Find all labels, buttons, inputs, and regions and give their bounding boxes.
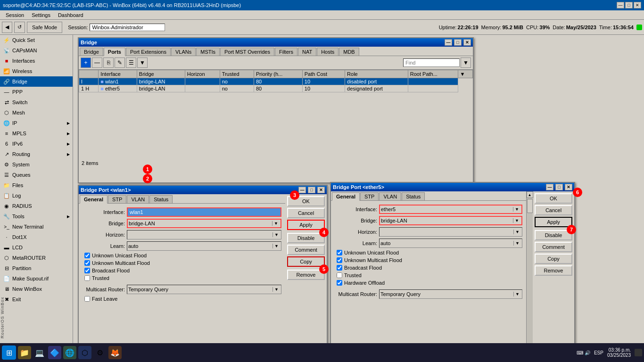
- ether5-unicast-flood-check[interactable]: [337, 250, 342, 255]
- sidebar-item-partition[interactable]: ⊟ Partition: [0, 263, 73, 273]
- ether5-remove-btn[interactable]: Remove: [535, 265, 572, 276]
- session-input[interactable]: [90, 24, 165, 31]
- wlan1-maximize[interactable]: □: [308, 187, 315, 193]
- col-more[interactable]: ▼: [458, 70, 472, 78]
- wlan1-tab-vlan[interactable]: VLAN: [127, 195, 149, 203]
- wlan1-apply-btn[interactable]: Apply: [287, 220, 325, 230]
- safe-mode-button[interactable]: Safe Mode: [27, 22, 62, 33]
- tab-mstis[interactable]: MSTIs: [196, 48, 220, 56]
- sidebar-item-radius[interactable]: ◉ RADIUS: [0, 201, 73, 211]
- tab-nat[interactable]: NAT: [298, 48, 316, 56]
- sidebar-item-metarouter[interactable]: ⬡ MetaROUTER: [0, 253, 73, 263]
- wlan1-tab-stp[interactable]: STP: [108, 195, 126, 203]
- wlan1-comment-btn[interactable]: Comment: [287, 245, 325, 255]
- wlan1-horizon-select[interactable]: ▼: [127, 230, 281, 239]
- ether5-bridge-dropdown[interactable]: ▼: [513, 218, 520, 223]
- sidebar-item-dot1x[interactable]: · Dot1X: [0, 232, 73, 242]
- taskbar-settings[interactable]: ⚙: [93, 346, 107, 359]
- sidebar-item-interfaces[interactable]: ■ Interfaces: [0, 56, 73, 66]
- bridge-window-maximize[interactable]: □: [454, 39, 462, 46]
- ether5-multicast-dropdown[interactable]: ▼: [513, 292, 521, 296]
- wlan1-broadcast-flood-check[interactable]: [84, 268, 90, 273]
- minimize-btn[interactable]: —: [617, 2, 624, 8]
- menu-session[interactable]: Session: [2, 11, 28, 19]
- sidebar-item-ppp[interactable]: — PPP: [0, 87, 73, 97]
- ether5-scrollbar[interactable]: ▲ ▼: [526, 191, 533, 362]
- ether5-multicast-flood-check[interactable]: [337, 257, 342, 263]
- sidebar-item-tools[interactable]: 🔧 Tools ▶: [0, 211, 73, 222]
- wlan1-cancel-btn[interactable]: Cancel: [287, 208, 325, 218]
- remove-btn[interactable]: —: [92, 58, 102, 68]
- add-btn[interactable]: +: [81, 58, 91, 68]
- wlan1-multicast-select[interactable]: Temporary Query ▼: [127, 285, 281, 294]
- sidebar-item-switch[interactable]: ⇄ Switch: [0, 97, 73, 107]
- ether5-horizon-dropdown[interactable]: ▼: [513, 230, 521, 234]
- wlan1-multicast-dropdown[interactable]: ▼: [272, 287, 280, 292]
- wlan1-multicast-flood-check[interactable]: [84, 260, 90, 266]
- sidebar-item-system[interactable]: ⚙ System: [0, 159, 73, 170]
- sidebar-item-new-terminal[interactable]: >_ New Terminal: [0, 222, 73, 232]
- scroll-thumb[interactable]: [527, 199, 533, 213]
- wlan1-interface-input[interactable]: wlan1: [127, 207, 281, 217]
- sidebar-item-make-supout[interactable]: 📄 Make Supout.rif: [0, 273, 73, 284]
- menu-dashboard[interactable]: Dashboard: [54, 11, 87, 19]
- ether5-hw-offload-check[interactable]: [337, 280, 342, 286]
- start-button[interactable]: ⊞: [2, 346, 16, 360]
- sidebar-item-ipv6[interactable]: 6 IPv6 ▶: [0, 139, 73, 149]
- wlan1-tab-status[interactable]: Status: [149, 195, 173, 203]
- ether5-ok-btn[interactable]: OK: [535, 193, 572, 204]
- ether5-maximize[interactable]: □: [555, 184, 563, 190]
- table-row[interactable]: I ■ wlan1 bridge-LAN no 80 10 disabled p…: [79, 78, 473, 85]
- ether5-multicast-select[interactable]: Temporary Query ▼: [379, 289, 522, 299]
- ether5-trusted-check[interactable]: [337, 272, 342, 278]
- sidebar-item-routing[interactable]: ↗ Routing ▶: [0, 149, 73, 159]
- sidebar-item-quickset[interactable]: ⚡ Quick Set: [0, 35, 73, 45]
- dropdown-btn[interactable]: ▼: [461, 58, 471, 68]
- sidebar-item-log[interactable]: 📋 Log: [0, 190, 73, 201]
- bridge-window-minimize[interactable]: —: [445, 39, 452, 46]
- wlan1-learn-dropdown[interactable]: ▼: [272, 244, 280, 248]
- sidebar-item-queues[interactable]: ☰ Queues: [0, 170, 73, 180]
- ether5-learn-dropdown[interactable]: ▼: [513, 241, 521, 246]
- ether5-cancel-btn[interactable]: Cancel: [535, 205, 572, 215]
- wlan1-bridge-select[interactable]: bridge-LAN ▼: [127, 219, 281, 228]
- wlan1-copy-btn[interactable]: Copy: [287, 256, 325, 267]
- sidebar-item-mpls[interactable]: ≡ MPLS ▶: [0, 128, 73, 139]
- ether5-tab-vlan[interactable]: VLAN: [379, 192, 401, 200]
- tab-filters[interactable]: Filters: [275, 48, 297, 56]
- sidebar-item-new-winbox[interactable]: 🖥 New WinBox: [0, 284, 73, 294]
- ether5-broadcast-flood-check[interactable]: [337, 265, 342, 271]
- ether5-comment-btn[interactable]: Comment: [535, 242, 572, 252]
- back-btn[interactable]: ◀: [2, 22, 12, 33]
- filter-btn[interactable]: ▼: [137, 58, 148, 68]
- sidebar-item-files[interactable]: 📁 Files: [0, 180, 73, 190]
- ether5-bridge-select[interactable]: bridge-LAN ▼: [379, 216, 522, 225]
- refresh-btn[interactable]: ↺: [14, 22, 25, 33]
- wlan1-close[interactable]: ✕: [317, 187, 325, 193]
- bridge-window-close[interactable]: ✕: [463, 39, 471, 46]
- copy-btn[interactable]: ⎘: [103, 58, 114, 68]
- ether5-close[interactable]: ✕: [565, 184, 572, 190]
- prop-btn[interactable]: ☰: [126, 58, 136, 68]
- tab-ports[interactable]: Ports: [104, 48, 125, 56]
- sidebar-item-wireless[interactable]: 📶 Wireless: [0, 66, 73, 76]
- wlan1-fastleave-check[interactable]: [84, 296, 90, 302]
- menu-settings[interactable]: Settings: [28, 11, 54, 19]
- tab-port-mst-overrides[interactable]: Port MST Overrides: [220, 48, 274, 56]
- tab-port-extensions[interactable]: Port Extensions: [126, 48, 171, 56]
- wlan1-bridge-dropdown[interactable]: ▼: [272, 221, 280, 226]
- taskbar-blue[interactable]: 🔷: [48, 346, 61, 359]
- close-btn[interactable]: ✕: [634, 2, 641, 8]
- sidebar-item-mesh[interactable]: ⬡ Mesh: [0, 107, 73, 118]
- taskbar-edge[interactable]: ⬡: [78, 346, 91, 359]
- tab-vlans[interactable]: VLANs: [171, 48, 196, 56]
- sidebar-item-bridge[interactable]: 🔗 Bridge: [0, 76, 73, 87]
- tab-bridge[interactable]: Bridge: [80, 48, 103, 56]
- ether5-interface-select[interactable]: ether5 ▼: [379, 205, 522, 214]
- wlan1-minimize[interactable]: —: [298, 187, 306, 193]
- maximize-btn[interactable]: □: [625, 2, 633, 8]
- sidebar-item-capsman[interactable]: 📡 CAPsMAN: [0, 45, 73, 56]
- tab-mdb[interactable]: MDB: [339, 48, 359, 56]
- find-input[interactable]: [403, 58, 460, 67]
- ether5-learn-select[interactable]: auto ▼: [379, 239, 522, 248]
